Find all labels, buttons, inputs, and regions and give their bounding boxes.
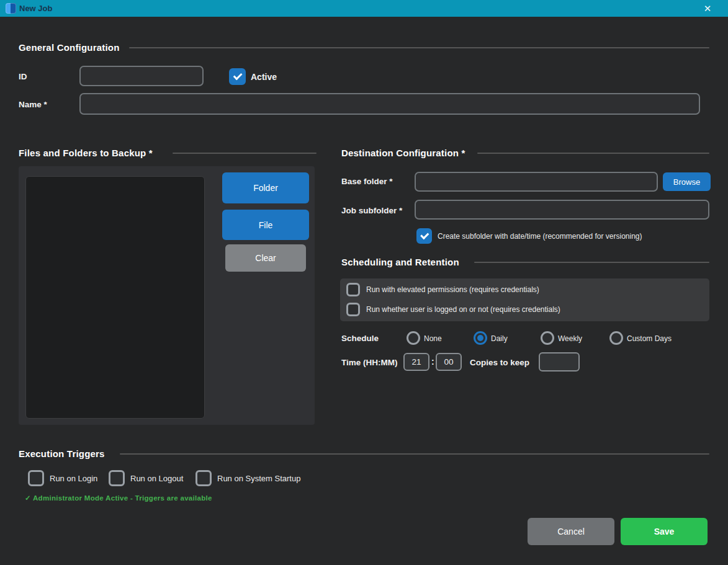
- add-file-button[interactable]: File: [222, 210, 309, 240]
- schedule-radio-custom-days-label: Custom Days: [627, 334, 672, 343]
- active-checkbox[interactable]: [229, 68, 246, 85]
- schedule-radio-custom-days[interactable]: [609, 331, 623, 345]
- add-folder-button[interactable]: Folder: [222, 172, 309, 203]
- copies-to-keep-label: Copies to keep: [470, 358, 529, 367]
- schedule-label: Schedule: [341, 334, 379, 343]
- run-on-logout-checkbox[interactable]: [109, 470, 125, 486]
- window-title: New Job: [19, 0, 52, 17]
- copies-to-keep-input[interactable]: [539, 352, 580, 371]
- id-label: ID: [19, 72, 27, 81]
- run-on-logout-label: Run on Logout: [130, 474, 183, 483]
- job-subfolder-label: Job subfolder *: [341, 206, 402, 215]
- browse-button[interactable]: Browse: [663, 172, 711, 191]
- new-job-dialog: New Job ✕ General Configuration ID Activ…: [0, 0, 728, 565]
- check-icon: [233, 71, 242, 81]
- admin-mode-note: ✓ Administrator Mode Active - Triggers a…: [25, 494, 212, 502]
- name-label: Name *: [19, 100, 47, 109]
- name-input[interactable]: [79, 93, 700, 115]
- files-section-title: Files and Folders to Backup *: [19, 148, 153, 158]
- general-section-title: General Configuration: [19, 42, 120, 53]
- run-on-startup-label: Run on System Startup: [217, 474, 300, 483]
- run-on-login-label: Run on Login: [50, 474, 97, 483]
- files-panel: Folder File Clear: [19, 166, 315, 425]
- active-checkbox-label: Active: [251, 72, 277, 82]
- app-logo-icon: [6, 3, 16, 14]
- datetime-subfolder-checkbox[interactable]: [416, 228, 432, 244]
- time-hours-input[interactable]: [403, 353, 429, 371]
- elevated-permissions-checkbox[interactable]: [346, 283, 360, 296]
- base-folder-input[interactable]: [415, 172, 658, 192]
- datetime-subfolder-label: Create subfolder with date/time (recomme…: [438, 232, 642, 241]
- destination-section-divider: [477, 153, 709, 154]
- files-section-divider: [173, 153, 317, 154]
- triggers-section-divider: [120, 453, 709, 455]
- schedule-radio-none[interactable]: [407, 331, 420, 345]
- backup-items-list[interactable]: [25, 176, 205, 419]
- time-separator: :: [431, 357, 434, 367]
- scheduling-section-divider: [474, 262, 709, 263]
- logged-on-checkbox[interactable]: [346, 303, 360, 316]
- elevated-permissions-label: Run with elevated permissions (requires …: [366, 285, 539, 294]
- scheduling-section-title: Scheduling and Retention: [341, 257, 459, 267]
- check-icon: [420, 231, 429, 240]
- job-subfolder-input[interactable]: [415, 200, 709, 220]
- schedule-radio-daily[interactable]: [474, 331, 487, 345]
- run-on-startup-checkbox[interactable]: [195, 470, 212, 486]
- base-folder-label: Base folder *: [341, 177, 393, 186]
- logged-on-label: Run whether user is logged on or not (re…: [366, 305, 560, 314]
- close-icon[interactable]: ✕: [694, 0, 721, 17]
- clear-list-button[interactable]: Clear: [225, 244, 306, 272]
- schedule-radio-none-label: None: [424, 334, 442, 343]
- triggers-section-title: Execution Triggers: [19, 448, 105, 459]
- id-input[interactable]: [79, 66, 204, 86]
- save-button[interactable]: Save: [621, 518, 708, 545]
- radio-dot-icon: [477, 335, 483, 341]
- general-section-divider: [129, 47, 709, 48]
- time-minutes-input[interactable]: [436, 353, 462, 371]
- schedule-radio-daily-label: Daily: [491, 334, 508, 343]
- schedule-radio-weekly[interactable]: [541, 331, 554, 345]
- destination-section-title: Destination Configuration *: [341, 148, 465, 158]
- time-label: Time (HH:MM): [341, 358, 398, 367]
- run-on-login-checkbox[interactable]: [28, 470, 44, 486]
- schedule-radio-weekly-label: Weekly: [558, 334, 582, 343]
- title-bar: New Job ✕: [0, 0, 728, 17]
- cancel-button[interactable]: Cancel: [528, 518, 614, 545]
- credentials-options-panel: Run with elevated permissions (requires …: [340, 278, 709, 321]
